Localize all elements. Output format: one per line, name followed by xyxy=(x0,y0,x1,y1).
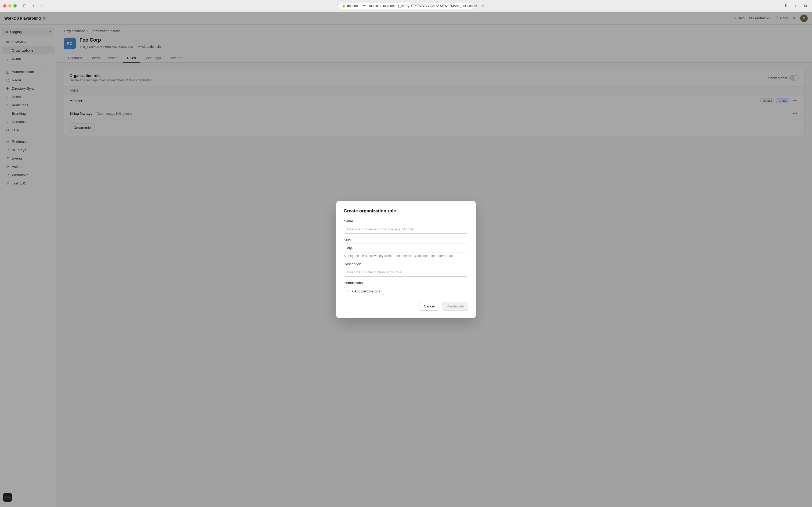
plus-icon: + xyxy=(348,289,350,293)
address-bar[interactable]: 🔒 dashboard.workos.com/environment_01EQ1… xyxy=(339,3,473,9)
slug-input[interactable] xyxy=(344,243,468,252)
modal-title: Create organization role xyxy=(344,208,468,214)
titlebar: ⊟ ‹ › 🔒 dashboard.workos.com/environment… xyxy=(0,0,812,12)
create-role-modal: Create organization role Name Slug A uni… xyxy=(336,201,476,318)
refresh-icon[interactable]: ↻ xyxy=(481,4,484,8)
minimize-traffic-light[interactable] xyxy=(8,4,11,7)
add-permissions-button[interactable]: + + Add permissions xyxy=(344,287,384,295)
name-label: Name xyxy=(344,219,468,223)
permissions-label: Permissions xyxy=(344,281,468,285)
permissions-section: Permissions + + Add permissions xyxy=(344,281,468,295)
name-field-group: Name xyxy=(344,219,468,234)
lock-icon: 🔒 xyxy=(342,4,346,7)
create-role-submit-button[interactable]: Create role xyxy=(442,302,468,311)
name-input[interactable] xyxy=(344,225,468,234)
fullscreen-traffic-light[interactable] xyxy=(13,4,17,7)
slug-label: Slug xyxy=(344,238,468,242)
titlebar-right: ⬆ + ⧉ xyxy=(782,2,809,10)
add-permissions-label: + Add permissions xyxy=(351,289,380,293)
slug-field-group: Slug A unique case-sensitive key to refe… xyxy=(344,238,468,258)
modal-overlay[interactable]: Create organization role Name Slug A uni… xyxy=(0,12,812,507)
cancel-button[interactable]: Cancel xyxy=(419,302,439,311)
new-tab-button[interactable]: + xyxy=(792,2,799,10)
forward-button[interactable]: › xyxy=(38,3,46,9)
close-traffic-light[interactable] xyxy=(3,4,6,7)
description-input[interactable] xyxy=(344,268,468,277)
description-field-group: Description xyxy=(344,262,468,277)
description-label: Description xyxy=(344,262,468,266)
sidebar-toggle-button[interactable]: ⊟ xyxy=(21,3,28,9)
tab-overview-button[interactable]: ⧉ xyxy=(801,2,809,10)
slug-hint: A unique case-sensitive key to reference… xyxy=(344,254,468,258)
share-button[interactable]: ⬆ xyxy=(782,2,790,10)
modal-footer: Cancel Create role xyxy=(344,302,468,311)
traffic-lights xyxy=(3,4,17,7)
titlebar-nav: ⊟ ‹ › xyxy=(21,3,46,9)
back-button[interactable]: ‹ xyxy=(30,3,37,9)
url-text: dashboard.workos.com/environment_01EQ1FT… xyxy=(347,4,479,8)
